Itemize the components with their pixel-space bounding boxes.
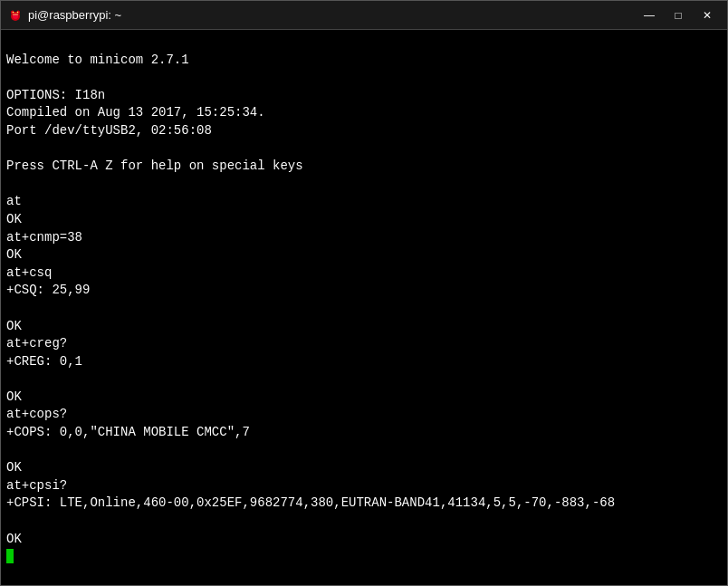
title-bar-controls: — □ ✕ [637, 6, 720, 24]
terminal-line [6, 69, 722, 87]
terminal-line: Press CTRL-A Z for help on special keys [6, 158, 722, 176]
terminal-line [6, 370, 722, 389]
raspberry-pi-icon [8, 8, 23, 23]
minimize-button[interactable]: — [637, 6, 662, 24]
terminal-line: at+cops? [6, 406, 722, 424]
terminal-line: Compiled on Aug 13 2017, 15:25:34. [6, 104, 722, 122]
svg-point-5 [17, 11, 19, 13]
terminal-line [6, 300, 722, 318]
terminal-line [6, 34, 722, 52]
terminal-line [6, 513, 722, 531]
terminal-line: Port /dev/ttyUSB2, 02:56:08 [6, 122, 722, 140]
svg-point-7 [16, 14, 17, 14]
terminal-window: pi@raspberrypi: ~ — □ ✕ Welcome to minic… [0, 0, 728, 586]
terminal-body[interactable]: Welcome to minicom 2.7.1 OPTIONS: I18n C… [1, 30, 727, 585]
window-title: pi@raspberrypi: ~ [28, 8, 121, 22]
svg-point-8 [14, 14, 15, 14]
terminal-line: at [6, 193, 722, 211]
maximize-button[interactable]: □ [666, 6, 691, 24]
svg-point-4 [13, 11, 14, 13]
terminal-line: at+cnmp=38 [6, 229, 722, 247]
terminal-line: OK [6, 246, 722, 264]
terminal-line: +CREG: 0,1 [6, 353, 722, 371]
terminal-line: OK [6, 531, 722, 549]
terminal-line: OK [6, 459, 722, 477]
terminal-line: +CSQ: 25,99 [6, 282, 722, 300]
terminal-cursor [6, 549, 14, 563]
cursor-line [6, 548, 722, 566]
terminal-line: at+creg? [6, 335, 722, 353]
terminal-line [6, 140, 722, 159]
terminal-line: at+csq [6, 264, 722, 283]
terminal-line: +CPSI: LTE,Online,460-00,0x25EF,9682774,… [6, 495, 722, 513]
title-bar-left: pi@raspberrypi: ~ [8, 8, 121, 23]
terminal-line [6, 442, 722, 460]
terminal-line: +COPS: 0,0,"CHINA MOBILE CMCC",7 [6, 424, 722, 442]
terminal-line: OPTIONS: I18n [6, 87, 722, 105]
terminal-line: at+cpsi? [6, 477, 722, 495]
terminal-line: OK [6, 389, 722, 407]
terminal-line: OK [6, 211, 722, 229]
svg-point-6 [13, 14, 14, 14]
close-button[interactable]: ✕ [694, 6, 720, 24]
title-bar: pi@raspberrypi: ~ — □ ✕ [1, 1, 727, 30]
terminal-line [6, 176, 722, 194]
terminal-line: OK [6, 318, 722, 336]
terminal-line: Welcome to minicom 2.7.1 [6, 52, 722, 70]
